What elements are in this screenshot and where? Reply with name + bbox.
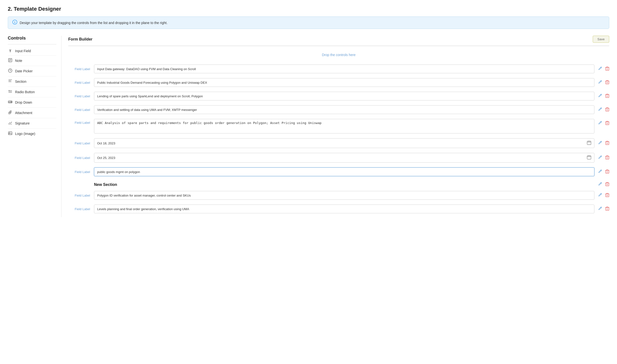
svg-rect-47	[605, 122, 609, 125]
edit-icon-6[interactable]	[598, 141, 603, 146]
page-wrapper: 2. Template Designer i Design your templ…	[0, 0, 617, 364]
form-builder-title: Form Builder	[68, 37, 93, 41]
controls-divider	[8, 44, 56, 44]
info-icon: i	[12, 20, 17, 26]
section-delete-icon-2[interactable]	[605, 207, 609, 212]
svg-rect-41	[605, 108, 609, 111]
control-item-drop-down[interactable]: Drop Down	[8, 97, 56, 108]
svg-rect-73	[605, 170, 609, 173]
form-builder-header: Form Builder Save	[68, 36, 609, 46]
control-label-section: Section	[15, 80, 27, 83]
section-delete-icon-1[interactable]	[605, 193, 609, 198]
field-input-4[interactable]	[94, 105, 594, 114]
field-input-date-1[interactable]: Oct 18, 2023	[94, 138, 594, 148]
action-icons-3	[598, 94, 609, 99]
edit-icon-5[interactable]	[598, 121, 603, 126]
field-input-3[interactable]	[94, 92, 594, 101]
action-icons-5	[598, 119, 609, 126]
edit-icon-3[interactable]	[598, 94, 603, 99]
section-form-row-2: Field Label	[68, 204, 609, 214]
control-item-note[interactable]: Note	[8, 56, 56, 66]
control-item-section[interactable]: Section	[8, 77, 56, 87]
delete-icon-1[interactable]	[605, 66, 609, 72]
form-row-4: Field Label	[68, 104, 609, 115]
delete-icon-7[interactable]	[605, 155, 609, 160]
info-banner: i Design your template by dragging the c…	[8, 16, 609, 29]
page-title: 2. Template Designer	[8, 6, 609, 12]
edit-icon-8[interactable]	[598, 169, 603, 174]
field-input-8[interactable]	[94, 168, 594, 176]
form-row-7: Field Label Oct 25, 2023	[68, 152, 609, 164]
delete-icon-6[interactable]	[605, 141, 609, 146]
save-button[interactable]: Save	[593, 36, 609, 43]
control-label-drop-down: Drop Down	[15, 101, 32, 104]
date-picker-icon	[8, 68, 13, 74]
field-input-1[interactable]	[94, 65, 594, 73]
svg-rect-67	[605, 156, 609, 159]
radio-button-icon	[8, 89, 13, 95]
drop-hint: Drop the controls here	[68, 51, 609, 59]
delete-icon-4[interactable]	[605, 107, 609, 112]
control-item-attachment[interactable]: Attachment	[8, 108, 56, 118]
action-icons-4	[598, 107, 609, 112]
calendar-icon-1	[587, 141, 591, 146]
control-label-signature: Signature	[15, 121, 30, 125]
field-input-5[interactable]: ABC Analysis of spare parts and requirem…	[94, 119, 594, 133]
edit-icon-4[interactable]	[598, 107, 603, 112]
svg-line-8	[10, 71, 11, 71]
field-label-6: Field Label	[68, 142, 90, 145]
control-item-logo-image[interactable]: Logo (Image)	[8, 129, 56, 139]
section-field-input-2[interactable]	[94, 205, 594, 213]
action-icons-1	[598, 66, 609, 72]
delete-icon-3[interactable]	[605, 94, 609, 99]
field-label-1: Field Label	[68, 67, 90, 71]
control-item-radio-button[interactable]: Radio Button	[8, 87, 56, 97]
svg-rect-29	[605, 81, 609, 84]
section-field-label-2: Field Label	[68, 207, 90, 211]
edit-icon-7[interactable]	[598, 155, 603, 160]
control-item-input-field[interactable]: T Input Field	[8, 46, 56, 56]
svg-rect-91	[605, 208, 609, 210]
field-label-4: Field Label	[68, 108, 90, 112]
delete-icon-5[interactable]	[605, 121, 609, 126]
field-label-3: Field Label	[68, 94, 90, 98]
section-edit-icon-2[interactable]	[598, 207, 603, 212]
logo-image-icon	[8, 131, 13, 136]
edit-icon-section[interactable]	[598, 182, 603, 187]
attachment-icon	[8, 110, 13, 116]
section-icon	[8, 79, 13, 84]
edit-icon-2[interactable]	[598, 80, 603, 85]
form-row-1: Field Label	[68, 64, 609, 74]
field-input-date-2[interactable]: Oct 25, 2023	[94, 153, 594, 163]
form-row-5: Field Label ABC Analysis of spare parts …	[68, 118, 609, 134]
delete-icon-2[interactable]	[605, 80, 609, 85]
control-label-attachment: Attachment	[15, 111, 32, 115]
form-builder-panel: Form Builder Save Drop the controls here…	[61, 36, 609, 217]
controls-panel: Controls T Input Field Note	[8, 36, 61, 139]
control-label-radio-button: Radio Button	[15, 90, 35, 94]
section-title-text: New Section	[94, 182, 594, 187]
delete-icon-section[interactable]	[605, 182, 609, 187]
svg-rect-79	[605, 183, 609, 186]
field-label-5: Field Label	[68, 119, 90, 125]
note-icon	[8, 58, 13, 63]
delete-icon-8[interactable]	[605, 169, 609, 174]
form-row-3: Field Label	[68, 91, 609, 102]
svg-rect-23	[605, 67, 609, 70]
date-value-2: Oct 25, 2023	[97, 156, 115, 160]
section-edit-icon-1[interactable]	[598, 193, 603, 198]
section-field-input-1[interactable]	[94, 191, 594, 200]
control-item-signature[interactable]: Signature	[8, 118, 56, 129]
edit-icon-1[interactable]	[598, 66, 603, 72]
field-input-2[interactable]	[94, 78, 594, 87]
section-action-icons-1	[598, 193, 609, 198]
controls-title: Controls	[8, 36, 56, 41]
svg-rect-57	[605, 142, 609, 145]
drop-down-icon	[8, 100, 13, 105]
form-row-6: Field Label Oct 18, 2023	[68, 137, 609, 149]
field-label-2: Field Label	[68, 81, 90, 84]
control-item-date-picker[interactable]: Date Picker	[8, 66, 56, 77]
svg-rect-85	[605, 194, 609, 197]
svg-rect-62	[587, 156, 591, 159]
action-icons-2	[598, 80, 609, 85]
